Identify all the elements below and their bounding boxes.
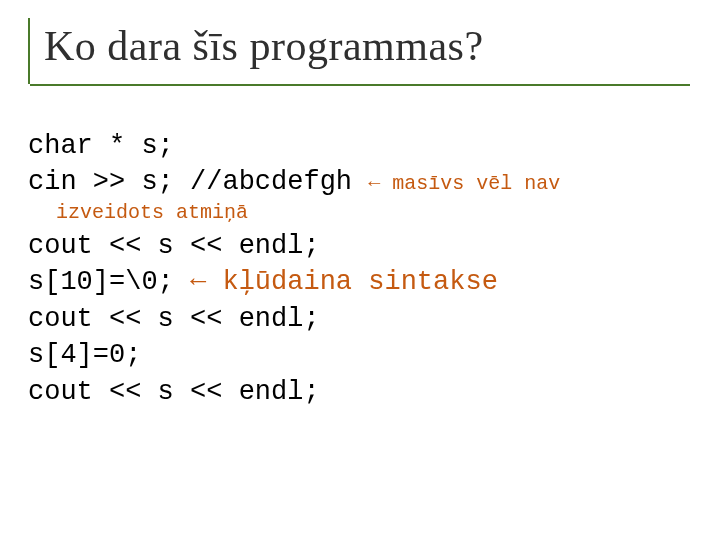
slide: Ko dara šīs programmas? char * s; cin >>… (0, 0, 720, 540)
code-line-5: cout << s << endl; (28, 301, 692, 337)
code-line-4: s[10]=\0; ← kļūdaina sintakse (28, 264, 692, 300)
code-line-2: cin >> s; //abcdefgh ← masīvs vēl nav (28, 164, 692, 200)
code-body: char * s; cin >> s; //abcdefgh ← masīvs … (28, 128, 692, 410)
title-underline (30, 84, 690, 86)
code-line-1: char * s; (28, 128, 692, 164)
code-line-3: cout << s << endl; (28, 228, 692, 264)
arrow-icon: ← (190, 267, 206, 297)
code-line-2-note-cont: izveidots atmiņā (28, 199, 692, 226)
code-line-4-code: s[10]=\0; (28, 267, 190, 297)
code-line-6: s[4]=0; (28, 337, 692, 373)
title-block: Ko dara šīs programmas? (28, 18, 692, 84)
arrow-icon: ← (368, 172, 380, 195)
slide-title: Ko dara šīs programmas? (44, 22, 692, 70)
code-line-2-code: cin >> s; //abcdefgh (28, 167, 368, 197)
code-line-7: cout << s << endl; (28, 374, 692, 410)
code-line-2-note: masīvs vēl nav (380, 172, 560, 195)
code-line-4-note: kļūdaina sintakse (206, 267, 498, 297)
